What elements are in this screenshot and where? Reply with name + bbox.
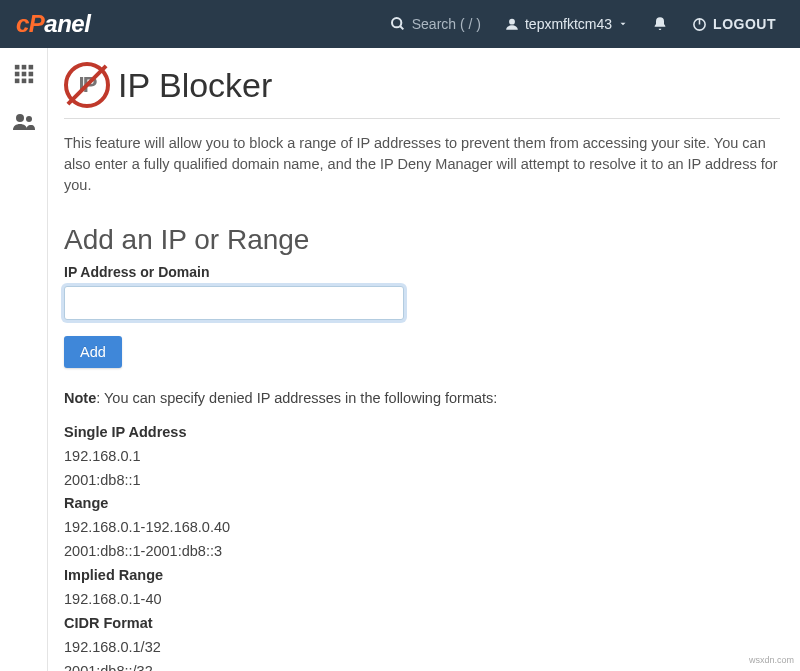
page-title: IP Blocker bbox=[118, 66, 272, 105]
formats-list: Single IP Address192.168.0.12001:db8::1R… bbox=[64, 421, 780, 671]
search-placeholder: Search ( / ) bbox=[412, 16, 481, 32]
user-icon bbox=[505, 17, 519, 31]
logout-label: LOGOUT bbox=[713, 16, 776, 32]
search-icon bbox=[390, 16, 406, 32]
page-header: IP IP Blocker bbox=[64, 62, 780, 119]
svg-point-15 bbox=[26, 116, 32, 122]
logout-icon bbox=[692, 17, 707, 32]
notifications-button[interactable] bbox=[640, 0, 680, 48]
sidebar-apps-button[interactable] bbox=[8, 60, 40, 92]
svg-rect-6 bbox=[21, 65, 26, 70]
bell-icon bbox=[652, 16, 668, 32]
chevron-down-icon bbox=[618, 19, 628, 29]
feature-description: This feature will allow you to block a r… bbox=[64, 133, 780, 196]
svg-point-2 bbox=[509, 19, 515, 25]
users-icon bbox=[12, 110, 36, 138]
format-title: Single IP Address bbox=[64, 424, 187, 440]
grid-icon bbox=[13, 63, 35, 89]
format-example: 2001:db8::/32 bbox=[64, 663, 153, 671]
brand-cp: cP bbox=[16, 10, 44, 37]
svg-point-0 bbox=[392, 18, 401, 27]
note-text: : You can specify denied IP addresses in… bbox=[96, 390, 497, 406]
watermark: wsxdn.com bbox=[749, 655, 794, 665]
svg-rect-13 bbox=[28, 79, 33, 84]
svg-rect-5 bbox=[14, 65, 19, 70]
user-menu[interactable]: tepxmfktcm43 bbox=[493, 0, 640, 48]
logout-button[interactable]: LOGOUT bbox=[680, 0, 788, 48]
add-button[interactable]: Add bbox=[64, 336, 122, 368]
brand-rest: anel bbox=[44, 10, 90, 37]
navbar: cPanel Search ( / ) tepxmfktcm43 LOGOUT bbox=[0, 0, 800, 48]
ip-address-input[interactable] bbox=[64, 286, 404, 320]
username-label: tepxmfktcm43 bbox=[525, 16, 612, 32]
note-prefix: Note bbox=[64, 390, 96, 406]
svg-point-14 bbox=[16, 114, 24, 122]
content-area: IP IP Blocker This feature will allow yo… bbox=[48, 48, 800, 671]
format-title: Implied Range bbox=[64, 567, 163, 583]
sidebar bbox=[0, 48, 48, 671]
format-example: 192.168.0.1 bbox=[64, 448, 141, 464]
format-example: 192.168.0.1-192.168.0.40 bbox=[64, 519, 230, 535]
svg-rect-9 bbox=[21, 72, 26, 77]
brand-logo[interactable]: cPanel bbox=[8, 10, 98, 38]
format-title: CIDR Format bbox=[64, 615, 153, 631]
format-title: Range bbox=[64, 495, 108, 511]
format-example: 192.168.0.1/32 bbox=[64, 639, 161, 655]
section-title: Add an IP or Range bbox=[64, 224, 780, 256]
svg-rect-12 bbox=[21, 79, 26, 84]
svg-rect-10 bbox=[28, 72, 33, 77]
note-line: Note: You can specify denied IP addresse… bbox=[64, 386, 780, 411]
svg-rect-8 bbox=[14, 72, 19, 77]
ip-blocker-icon: IP bbox=[64, 62, 110, 108]
ip-field-label: IP Address or Domain bbox=[64, 264, 780, 280]
svg-line-1 bbox=[400, 26, 403, 29]
format-example: 192.168.0.1-40 bbox=[64, 591, 162, 607]
format-example: 2001:db8::1 bbox=[64, 472, 141, 488]
svg-rect-7 bbox=[28, 65, 33, 70]
svg-rect-11 bbox=[14, 79, 19, 84]
format-example: 2001:db8::1-2001:db8::3 bbox=[64, 543, 222, 559]
search-control[interactable]: Search ( / ) bbox=[378, 0, 493, 48]
sidebar-users-button[interactable] bbox=[8, 108, 40, 140]
